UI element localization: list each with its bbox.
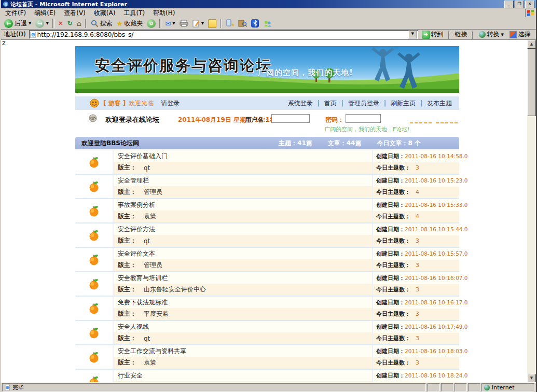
dashed-link[interactable] [410, 117, 432, 123]
board-row: 免费下载法规标准 版主： 平度安监 创建日期： 2011-08-16 10:16… [75, 297, 459, 321]
today-label: 今日主题数： [376, 286, 410, 293]
stop-button[interactable]: ✕ [56, 18, 65, 29]
board-title-link[interactable]: 事故案例分析 [118, 201, 155, 209]
nav-link-system-login[interactable]: 系统登录 [288, 99, 313, 108]
board-icon-cell [75, 321, 114, 344]
refresh-icon: ↻ [67, 20, 73, 27]
menu-view[interactable]: 查看(V) [60, 8, 90, 18]
username-input[interactable] [271, 114, 310, 123]
address-dropdown-icon[interactable]: ▼ [408, 31, 417, 38]
minimize-button[interactable]: _ [504, 1, 514, 8]
menu-favorites[interactable]: 收藏(A) [90, 8, 120, 18]
menu-file[interactable]: 文件(F) [1, 8, 30, 18]
nav-link-post-topic[interactable]: 发布主题 [427, 99, 452, 108]
board-title-link[interactable]: 免费下载法规标准 [118, 298, 168, 307]
orange-fruit-icon [88, 351, 100, 363]
username-label: 用户名： [245, 116, 270, 124]
scroll-up-icon[interactable]: ▲ [527, 40, 536, 49]
board-meta: 创建日期： 2011-08-16 10:15:44.0 今日主题数： 3 [372, 223, 459, 247]
research-button[interactable] [236, 18, 249, 29]
board-title-link[interactable]: 安全管理栏 [118, 176, 149, 185]
convert-button[interactable]: 转换 ▼ [477, 30, 506, 39]
created-value: 2011-08-16 10:17:49.0 [405, 324, 468, 330]
menu-edit[interactable]: 编辑(E) [30, 8, 60, 18]
home-button[interactable]: ⌂ [75, 18, 84, 29]
menu-help[interactable]: 帮助(H) [149, 8, 179, 18]
history-button[interactable]: ↺ [145, 18, 158, 29]
today-line: 今日主题数： 3 [373, 333, 459, 345]
messenger-button[interactable] [261, 18, 274, 29]
address-input[interactable] [36, 31, 408, 38]
board-moderator-line: 版主： 管理员 [114, 186, 372, 198]
status-message-panel: 完毕 [2, 383, 426, 391]
nav-link-refresh[interactable]: 刷新主页 [391, 99, 416, 108]
dashed-link[interactable] [436, 117, 458, 123]
smiley-icon [90, 99, 99, 108]
restore-button[interactable]: ❐ [515, 1, 524, 8]
password-input[interactable] [346, 114, 381, 123]
moderator-label: 版主： [118, 261, 136, 270]
back-button[interactable]: ← 后退 ▼ [2, 18, 33, 29]
research-icon [238, 19, 247, 27]
nav-link-home[interactable]: 首页 [324, 99, 337, 108]
created-line: 创建日期： 2011-08-16 10:15:57.0 [373, 248, 459, 260]
board-title-link[interactable]: 行业安全 [118, 371, 143, 380]
board-moderator-line: 版主： qt [114, 332, 372, 344]
today-label: 今日主题数： [376, 359, 410, 367]
login-link[interactable]: 请登录 [161, 99, 180, 108]
board-moderator-line: 版主： 平度安监 [114, 308, 372, 320]
created-value: 2011-08-16 10:18:24.0 [405, 372, 468, 379]
edit-button[interactable]: ▼ [190, 18, 206, 29]
scrollbar-thumb[interactable] [527, 49, 536, 116]
close-button[interactable]: ✕ [525, 1, 534, 8]
nav-link-admin-login[interactable]: 管理员登录 [348, 99, 379, 108]
board-title-link[interactable]: 安全评价文本 [118, 249, 155, 258]
board-title-line: 安全评价基础入门 [114, 150, 372, 162]
board-title-link[interactable]: 安全评价方法 [118, 225, 155, 234]
toolbar-separator [220, 19, 222, 28]
discuss-button[interactable] [206, 18, 218, 29]
section-title: 欢迎登陆BBS论坛网 [81, 139, 139, 148]
go-button[interactable]: ➜ 转到 [420, 30, 446, 39]
messenger-favorites-button[interactable]: ★ [224, 18, 236, 29]
board-title-line: 行业安全 [114, 370, 372, 381]
favorites-button[interactable]: ★ 收藏夹 [115, 18, 145, 29]
board-row: 安全评价文本 版主： 管理员 创建日期： 2011-08-16 10:15:57… [75, 248, 459, 272]
select-button[interactable]: 选择 [507, 30, 535, 39]
print-button[interactable] [177, 18, 190, 29]
forward-dropdown-icon[interactable]: ▼ [46, 21, 48, 25]
vertical-scrollbar[interactable]: ▲ ▼ [527, 40, 536, 383]
forum-content: 安全评价服务与咨询论坛 广阔的空间，我们的天地! [ 游客 ] 欢迎光临 请登录… [75, 46, 459, 383]
created-value: 2011-08-16 10:15:23.0 [405, 177, 468, 184]
home-icon: ⌂ [77, 19, 81, 27]
board-title-link[interactable]: 安全教育与培训栏 [118, 274, 168, 283]
select-icon [510, 31, 517, 38]
mail-icon: ✉ [165, 20, 171, 27]
bluetooth-button[interactable] [249, 18, 261, 29]
board-title-link[interactable]: 安全工作交流与资料共享 [118, 347, 186, 356]
mail-button[interactable]: ✉▼ [163, 18, 177, 29]
refresh-button[interactable]: ↻ [65, 18, 75, 29]
menu-tools[interactable]: 工具(T) [119, 8, 149, 18]
extension-grip[interactable] [472, 31, 474, 39]
moderator-name: qt [144, 335, 150, 342]
moderator-label: 版主： [118, 285, 136, 294]
created-label: 创建日期： [376, 274, 405, 282]
board-title-link[interactable]: 安全评价基础入门 [118, 152, 168, 161]
forward-button[interactable]: → ▼ [33, 18, 50, 29]
stat-topics: 主题：41篇 [279, 139, 312, 148]
links-grip[interactable] [448, 31, 450, 39]
back-dropdown-icon[interactable]: ▼ [29, 21, 31, 25]
toolbar-separator [52, 19, 54, 28]
status-zone-panel: Internet [481, 383, 534, 391]
today-value: 4 [416, 189, 419, 195]
address-input-box: e ▼ [29, 30, 418, 39]
links-label[interactable]: 链接 [453, 30, 470, 39]
scroll-down-icon[interactable]: ▼ [527, 374, 536, 383]
moderator-label: 版主： [118, 212, 136, 221]
convert-dropdown-icon[interactable]: ▼ [501, 33, 504, 37]
search-button[interactable]: 搜索 [89, 18, 115, 29]
today-line: 今日主题数： 3 [373, 357, 459, 369]
board-title-link[interactable]: 安全人视线 [118, 323, 149, 331]
search-icon [91, 20, 99, 27]
